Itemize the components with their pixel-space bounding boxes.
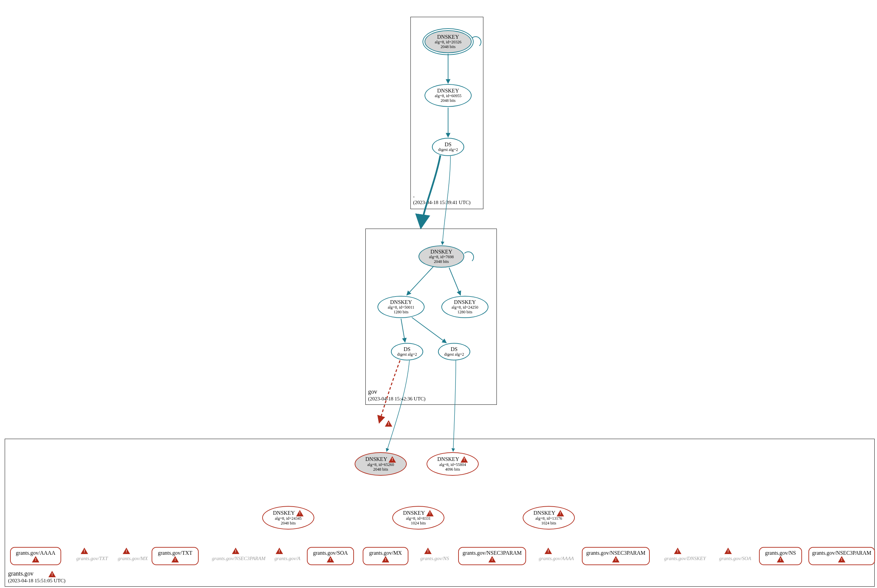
edges-layer [0, 0, 877, 588]
